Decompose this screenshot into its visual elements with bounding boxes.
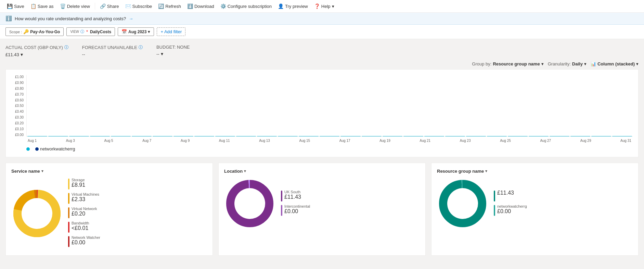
bar[interactable] (69, 136, 89, 136)
help-icon: ❓ (314, 3, 320, 9)
bar-group (403, 136, 423, 136)
legend-row: £11.43 (494, 190, 633, 201)
bar-group (215, 136, 235, 136)
bar[interactable] (132, 136, 152, 136)
bar[interactable] (445, 136, 465, 136)
group-by-control[interactable]: Group by: Resource group name ▾ (472, 61, 543, 66)
info-arrow[interactable]: → (129, 16, 133, 21)
bar[interactable] (424, 136, 444, 136)
legend-dot-2 (35, 147, 39, 151)
actual-chevron-icon[interactable]: ▾ (21, 52, 23, 57)
forecast-item: FORECAST UNAVAILABLE ⓘ -- (82, 45, 143, 57)
chart-wrapper: £1.00 £0.90 £0.80 £0.70 £0.60 £0.50 £0.4… (11, 75, 633, 144)
try-preview-button[interactable]: 👤 Try preview (275, 1, 311, 11)
bar[interactable] (194, 136, 214, 136)
forecast-info-icon: ⓘ (139, 45, 143, 50)
vm-bar (68, 193, 69, 204)
actual-cost-value: £11.43 (5, 52, 19, 57)
storage-bar (68, 179, 69, 189)
bar[interactable] (299, 136, 319, 136)
nw-bar (68, 236, 69, 247)
delete-view-button[interactable]: 🗑️ Delete view (57, 1, 93, 11)
bar-group (257, 136, 277, 136)
share-icon: 🔗 (100, 3, 106, 9)
download-icon: ⬇️ (187, 3, 193, 9)
save-button[interactable]: 💾 Save (4, 1, 27, 11)
bar[interactable] (153, 136, 172, 136)
subscribe-button[interactable]: ✉️ Subscribe (123, 1, 155, 11)
view-filter[interactable]: VIEW ⓘ * DailyCosts (66, 27, 115, 36)
filters-bar: Scope : 🔑 Pay-As-You-Go VIEW ⓘ * DailyCo… (0, 25, 644, 39)
bar[interactable] (403, 136, 423, 136)
bar-group (320, 136, 339, 136)
bar[interactable] (278, 136, 298, 136)
legend-row: Intercontinental £0.00 (281, 204, 420, 216)
legend-row: Virtual Network £0.20 (68, 207, 207, 218)
save-as-button[interactable]: 📋 Save as (28, 1, 56, 11)
legend-row: Bandwidth <£0.01 (68, 221, 207, 233)
bar[interactable] (215, 136, 235, 136)
save-as-icon: 📋 (30, 3, 36, 9)
granularity-chevron-icon: ▾ (584, 61, 587, 66)
location-chevron-icon: ▾ (244, 169, 246, 173)
bar[interactable] (362, 136, 382, 136)
bar[interactable] (257, 136, 277, 136)
resource-group-donut (437, 178, 488, 230)
bar[interactable] (508, 136, 528, 136)
preview-icon: 👤 (278, 3, 284, 9)
scope-filter[interactable]: Scope : 🔑 Pay-As-You-Go (5, 27, 64, 36)
calendar-icon: 📅 (121, 29, 127, 34)
rg-nw-bar (494, 205, 495, 216)
help-button[interactable]: ❓ Help ▾ (311, 1, 337, 11)
resource-group-panel-header[interactable]: Resource group name ▾ (437, 169, 633, 174)
configure-subscription-button[interactable]: ⚙️ Configure subscription (218, 1, 274, 11)
download-button[interactable]: ⬇️ Download (184, 1, 217, 11)
refresh-icon: 🔄 (158, 3, 164, 9)
bar[interactable] (236, 136, 256, 136)
bar[interactable] (111, 136, 131, 136)
bar[interactable] (340, 136, 360, 136)
x-axis: Aug 1Aug 3Aug 5Aug 7Aug 9Aug 11Aug 13Aug… (26, 137, 633, 144)
chart-type-control[interactable]: 📊 Column (stacked) ▾ (591, 61, 639, 66)
bar-group (90, 136, 110, 136)
location-panel-header[interactable]: Location ▾ (224, 169, 420, 174)
bar[interactable] (173, 136, 193, 136)
bar[interactable] (90, 136, 110, 136)
bar-group (466, 136, 486, 136)
bar-group (27, 136, 47, 136)
svg-point-5 (22, 198, 52, 229)
bar[interactable] (529, 136, 549, 136)
service-panel-header[interactable]: Service name ▾ (11, 169, 207, 174)
date-filter[interactable]: 📅 Aug 2023 ▾ (118, 27, 154, 36)
svg-point-8 (234, 188, 265, 219)
bar-group (445, 136, 465, 136)
bar-group (591, 136, 611, 136)
bar[interactable] (570, 136, 590, 136)
toolbar: 💾 Save 📋 Save as 🗑️ Delete view 🔗 Share … (0, 0, 644, 13)
budget-chevron-icon[interactable]: ▾ (161, 51, 163, 57)
bar-group (173, 136, 193, 136)
service-donut (11, 188, 63, 240)
budget-item: BUDGET: NONE -- ▾ (156, 45, 190, 57)
bar[interactable] (320, 136, 339, 136)
x-labels: Aug 1Aug 3Aug 5Aug 7Aug 9Aug 11Aug 13Aug… (26, 139, 633, 143)
bar-group (362, 136, 382, 136)
bar-group (278, 136, 298, 136)
svg-point-11 (447, 188, 478, 219)
add-filter-button[interactable]: + Add filter (157, 27, 185, 36)
legend-item-2: networkwatcherrg (35, 146, 75, 151)
forecast-cost-value: -- (82, 52, 85, 57)
granularity-control[interactable]: Granularity: Daily ▾ (548, 61, 587, 66)
bar[interactable] (383, 136, 402, 136)
bar-group (383, 136, 402, 136)
bar[interactable] (27, 136, 47, 136)
bar[interactable] (48, 136, 68, 136)
share-button[interactable]: 🔗 Share (97, 1, 122, 11)
service-panel-content: Storage £8.91 Virtual Machines £2.33 (11, 178, 207, 250)
bar[interactable] (487, 136, 507, 136)
bar[interactable] (466, 136, 486, 136)
refresh-button[interactable]: 🔄 Refresh (155, 1, 184, 11)
bar[interactable] (612, 136, 632, 136)
bar[interactable] (550, 136, 569, 136)
bar[interactable] (591, 136, 611, 136)
